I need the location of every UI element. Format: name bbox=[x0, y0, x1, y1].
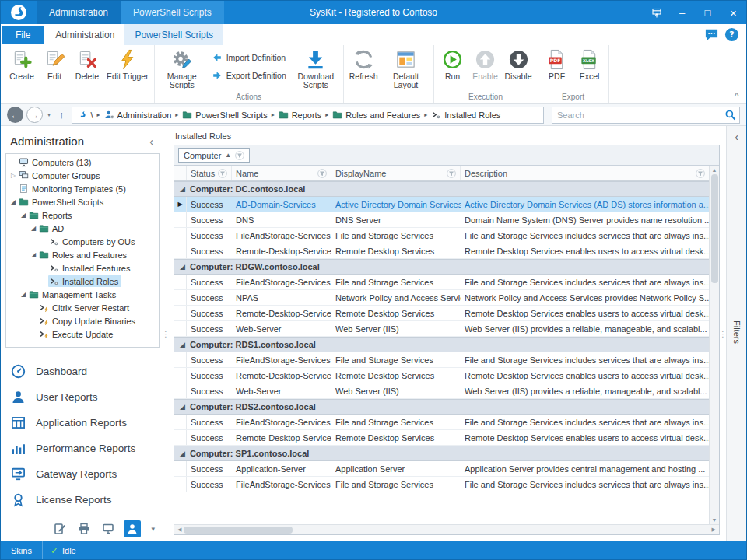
filter-icon[interactable] bbox=[235, 151, 244, 160]
sidebar-item-gateway-reports[interactable]: Gateway Reports bbox=[1, 461, 163, 487]
table-row[interactable]: SuccessWeb-ServerWeb Server (IIS)Web Ser… bbox=[174, 383, 709, 399]
tree-item-installed-roles[interactable]: Installed Roles bbox=[6, 275, 159, 288]
tree-item-monitoring-templates-5[interactable]: Monitoring Templates (5) bbox=[6, 182, 159, 195]
group-row[interactable]: ◢Computer: RDS1.contoso.local bbox=[174, 337, 709, 352]
table-row[interactable]: SuccessDNSDNS ServerDomain Name System (… bbox=[174, 212, 709, 228]
ribbon-button-download-scripts[interactable]: Download Scripts bbox=[291, 47, 341, 92]
breadcrumb-item-roles-and-features[interactable]: Roles and Features bbox=[330, 110, 423, 120]
filters-panel-tab[interactable]: ‹ Filters bbox=[726, 126, 746, 541]
table-row[interactable]: SuccessFileAndStorage-ServicesFile and S… bbox=[174, 415, 709, 430]
column-header-displayname[interactable]: DisplayName bbox=[331, 166, 461, 180]
table-row[interactable]: SuccessRemote-Desktop-ServicesRemote Des… bbox=[174, 306, 709, 321]
ribbon-tab-administration[interactable]: Administration bbox=[45, 24, 124, 45]
ribbon-button-default-layout[interactable]: Default Layout bbox=[381, 47, 431, 92]
scroll-down-icon[interactable]: ▼ bbox=[712, 517, 717, 523]
tree-item-reports[interactable]: ◢Reports bbox=[6, 208, 159, 222]
titlebar-tab-administration[interactable]: Administration bbox=[37, 1, 121, 24]
table-row[interactable]: SuccessRemote-Desktop-ServicesRemote Des… bbox=[174, 243, 709, 259]
tree-item-computers-13[interactable]: Computers (13) bbox=[6, 156, 159, 169]
breadcrumb-item-administration[interactable]: Administration bbox=[102, 110, 174, 120]
up-button[interactable]: ↑ bbox=[59, 109, 65, 121]
ribbon-button-run[interactable]: Run bbox=[437, 47, 469, 83]
sidebar-splitter-handle[interactable]: ...... bbox=[1, 348, 163, 359]
forward-button[interactable]: → bbox=[26, 107, 43, 123]
module-monitor-icon[interactable] bbox=[100, 520, 117, 537]
ribbon-button-refresh[interactable]: Refresh bbox=[346, 47, 381, 83]
sidebar-item-application-reports[interactable]: Application Reports bbox=[1, 410, 163, 436]
tree-item-execute-update[interactable]: Execute Update bbox=[6, 327, 159, 341]
tree-item-citrix-server-restart[interactable]: Citrix Server Restart bbox=[6, 301, 159, 314]
ribbon-button-manage-scripts[interactable]: Manage Scripts bbox=[157, 47, 207, 92]
feedback-chat-icon[interactable] bbox=[704, 27, 719, 42]
close-button[interactable]: × bbox=[721, 1, 746, 24]
scroll-left-icon[interactable]: ◀ bbox=[177, 527, 181, 533]
table-row[interactable]: SuccessFileAndStorage-ServicesFile and S… bbox=[174, 352, 709, 368]
tree-item-powershell-scripts[interactable]: ◢PowerShell Scripts bbox=[6, 195, 159, 208]
table-row[interactable]: SuccessRemote-Desktop-ServicesRemote Des… bbox=[174, 368, 709, 383]
sidebar-splitter[interactable]: ⋮ bbox=[163, 126, 169, 541]
ribbon-tab-powershell-scripts[interactable]: PowerShell Scripts bbox=[124, 24, 223, 45]
filter-icon[interactable] bbox=[696, 169, 705, 178]
search-input[interactable] bbox=[552, 110, 724, 120]
ribbon-button-delete[interactable]: Delete bbox=[71, 47, 103, 83]
ribbon-button-export-definition[interactable]: Export Definition bbox=[212, 70, 286, 81]
column-header-name[interactable]: Name bbox=[232, 166, 331, 180]
back-button[interactable]: ← bbox=[7, 107, 23, 123]
file-menu-button[interactable]: File bbox=[2, 26, 44, 44]
tree-item-installed-features[interactable]: Installed Features bbox=[6, 261, 159, 275]
table-row[interactable]: ▶SuccessAD-Domain-ServicesActive Directo… bbox=[174, 197, 709, 212]
scrollbar-thumb[interactable] bbox=[711, 174, 718, 283]
modules-overflow-icon[interactable]: ▾ bbox=[148, 525, 155, 533]
sidebar-item-license-reports[interactable]: License Reports bbox=[1, 487, 163, 513]
history-dropdown-icon[interactable]: ▾ bbox=[46, 111, 52, 118]
ribbon-button-create[interactable]: Create bbox=[5, 47, 38, 83]
tree-item-computer-groups[interactable]: ▷Computer Groups bbox=[6, 169, 159, 182]
group-by-pill[interactable]: Computer ▲ bbox=[178, 148, 250, 163]
group-row[interactable]: ◢Computer: RDGW.contoso.local bbox=[174, 259, 709, 275]
ribbon-button-enable[interactable]: Enable bbox=[469, 47, 502, 83]
ribbon-button-excel[interactable]: XLSXExcel bbox=[573, 47, 606, 83]
tree-item-copy-update-binaries[interactable]: Copy Update Binaries bbox=[6, 314, 159, 327]
group-row[interactable]: ◢Computer: DC.contoso.local bbox=[174, 181, 709, 197]
tree-item-ad[interactable]: ◢AD bbox=[6, 222, 159, 235]
tree-item-computers-by-ous[interactable]: Computers by OUs bbox=[6, 235, 159, 248]
table-row[interactable]: SuccessFileAndStorage-ServicesFile and S… bbox=[174, 228, 709, 243]
collapsed-expander-icon[interactable]: ▷ bbox=[9, 172, 18, 179]
tree-item-roles-and-features[interactable]: ◢Roles and Features bbox=[6, 248, 159, 261]
filter-icon[interactable] bbox=[447, 169, 456, 178]
vertical-scrollbar[interactable]: ▲ ▼ bbox=[709, 166, 719, 524]
breadcrumb-item-powershell-scripts[interactable]: PowerShell Scripts bbox=[180, 110, 269, 120]
group-row[interactable]: ◢Computer: RDS2.contoso.local bbox=[174, 399, 709, 415]
expanded-expander-icon[interactable]: ◢ bbox=[9, 198, 18, 205]
group-row[interactable]: ◢Computer: SP1.contoso.local bbox=[174, 446, 709, 461]
maximize-button[interactable]: □ bbox=[695, 1, 721, 24]
skins-button[interactable]: Skins bbox=[1, 541, 43, 559]
tree-item-management-tasks[interactable]: ◢Management Tasks bbox=[6, 288, 159, 301]
pin-ribbon-button[interactable] bbox=[644, 1, 669, 24]
ribbon-button-pdf[interactable]: PDFPDF bbox=[541, 47, 573, 83]
table-row[interactable]: SuccessRemote-Desktop-ServicesRemote Des… bbox=[174, 430, 709, 446]
table-row[interactable]: SuccessFileAndStorage-ServicesFile and S… bbox=[174, 275, 709, 290]
ribbon-button-edit-trigger[interactable]: Edit Trigger bbox=[103, 47, 152, 83]
horizontal-scrollbar[interactable]: ◀ ▶ bbox=[174, 524, 719, 534]
sidebar-collapse-button[interactable]: ‹ bbox=[146, 136, 156, 147]
ribbon-button-edit[interactable]: Edit bbox=[38, 47, 71, 83]
filters-splitter[interactable]: ⋮ bbox=[720, 126, 726, 541]
scroll-up-icon[interactable]: ▲ bbox=[712, 167, 717, 173]
breadcrumb-root[interactable]: \ bbox=[75, 110, 96, 120]
expanded-expander-icon[interactable]: ◢ bbox=[29, 251, 38, 258]
column-header-description[interactable]: Description bbox=[461, 166, 709, 180]
ribbon-button-import-definition[interactable]: Import Definition bbox=[212, 52, 286, 63]
column-header-status[interactable]: Status bbox=[187, 166, 232, 180]
sidebar-item-user-reports[interactable]: User Reports bbox=[1, 384, 163, 410]
sidebar-item-performance-reports[interactable]: Performance Reports bbox=[1, 436, 163, 461]
expanded-expander-icon[interactable]: ◢ bbox=[19, 291, 28, 298]
table-row[interactable]: SuccessFileAndStorage-ServicesFile and S… bbox=[174, 477, 709, 492]
titlebar-tab-powershell-scripts[interactable]: PowerShell Scripts bbox=[121, 1, 224, 24]
table-row[interactable]: SuccessNPASNetwork Policy and Access Ser… bbox=[174, 290, 709, 306]
expanded-expander-icon[interactable]: ◢ bbox=[19, 212, 28, 219]
table-row[interactable]: SuccessWeb-ServerWeb Server (IIS)Web Ser… bbox=[174, 321, 709, 337]
ribbon-collapse-button[interactable]: ^ bbox=[735, 92, 739, 100]
minimize-button[interactable]: – bbox=[669, 1, 695, 24]
help-icon[interactable]: ? bbox=[724, 27, 739, 42]
